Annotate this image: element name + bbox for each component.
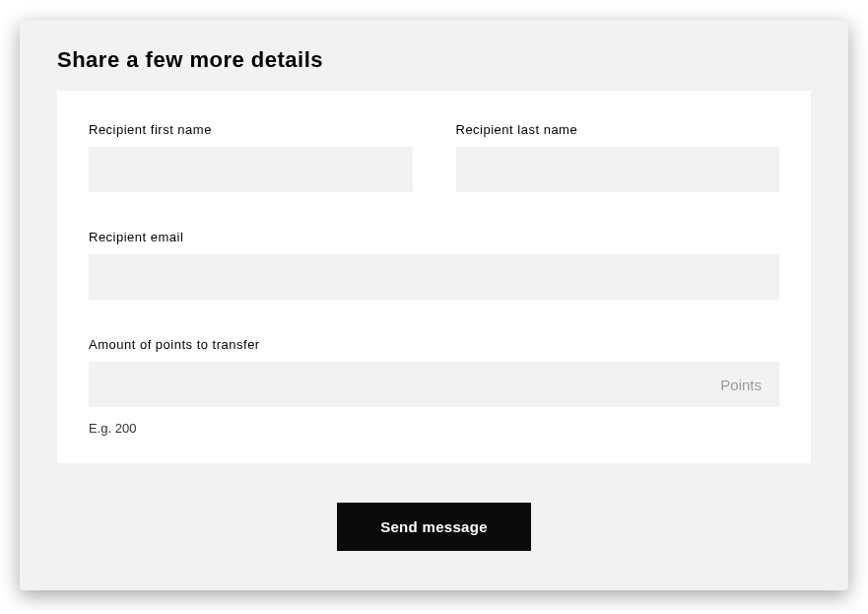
field-email: Recipient email <box>89 230 779 300</box>
points-helper: E.g. 200 <box>89 421 779 436</box>
last-name-label: Recipient last name <box>456 122 780 137</box>
field-first-name: Recipient first name <box>89 122 413 192</box>
last-name-input[interactable] <box>456 147 780 192</box>
field-points: Amount of points to transfer Points E.g.… <box>89 337 779 436</box>
email-input[interactable] <box>89 254 779 300</box>
email-label: Recipient email <box>89 230 779 244</box>
button-area: Send message <box>20 463 848 590</box>
field-last-name: Recipient last name <box>456 122 780 192</box>
points-input-wrap: Points <box>89 362 779 407</box>
points-input[interactable] <box>89 362 720 407</box>
form-card: Recipient first name Recipient last name… <box>57 91 811 463</box>
row-points: Amount of points to transfer Points E.g.… <box>89 337 779 436</box>
points-suffix: Points <box>720 376 779 393</box>
form-container: Share a few more details Recipient first… <box>20 20 848 590</box>
send-message-button[interactable]: Send message <box>337 503 531 551</box>
first-name-input[interactable] <box>89 147 413 192</box>
points-label: Amount of points to transfer <box>89 337 779 352</box>
row-email: Recipient email <box>89 230 779 300</box>
row-name: Recipient first name Recipient last name <box>89 122 779 192</box>
first-name-label: Recipient first name <box>89 122 413 137</box>
page-title: Share a few more details <box>20 20 848 91</box>
